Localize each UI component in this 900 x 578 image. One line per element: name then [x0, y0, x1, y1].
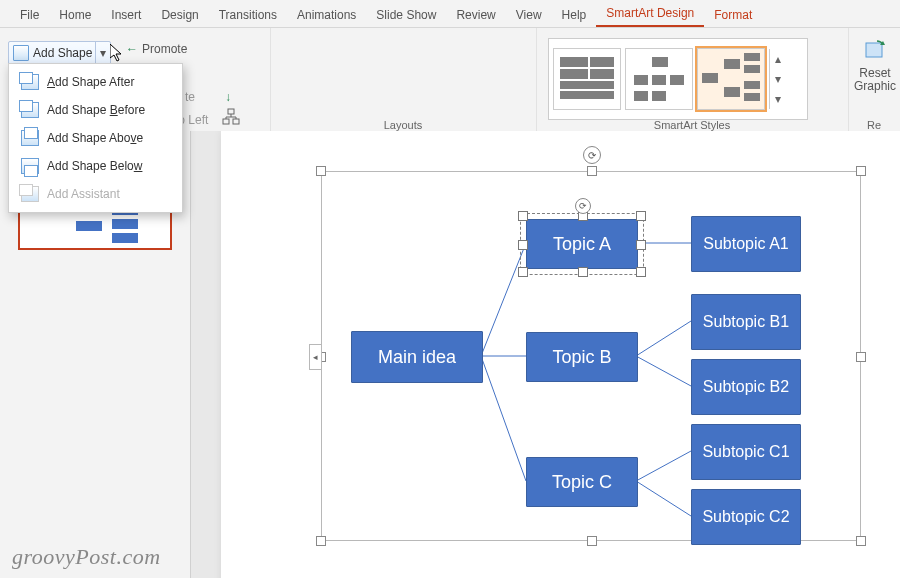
menu-add-assistant: Add Assistant [9, 180, 182, 208]
node-topic-a-label: Topic A [553, 234, 611, 255]
reset-graphic-button[interactable]: Reset Graphic [854, 40, 896, 93]
tab-insert[interactable]: Insert [101, 3, 151, 27]
add-shape-dropdown-menu: Add Shape After Add Shape Before Add Sha… [8, 63, 183, 213]
arrow-down-icon: ↓ [225, 90, 231, 104]
watermark: groovyPost.com [12, 544, 161, 570]
ribbon-tabs: File Home Insert Design Transitions Anim… [0, 0, 900, 28]
menu-add-shape-below[interactable]: Add Shape Below [9, 152, 182, 180]
node-subtopic-c1[interactable]: Subtopic C1 [691, 424, 801, 480]
rotate-handle[interactable]: ⟳ [583, 146, 601, 164]
smartart-container[interactable]: ⟳ ◂ [321, 171, 861, 541]
tab-design[interactable]: Design [151, 3, 208, 27]
add-shape-icon [13, 45, 29, 61]
add-shape-after-icon [21, 74, 39, 90]
reset-label: Reset Graphic [854, 67, 896, 93]
resize-handle-mr[interactable] [856, 352, 866, 362]
tab-file[interactable]: File [10, 3, 49, 27]
layouts-group-label: Layouts [270, 119, 536, 131]
node-main-idea[interactable]: Main idea [351, 331, 483, 383]
resize-handle-tr[interactable] [856, 166, 866, 176]
tab-smartart-design[interactable]: SmartArt Design [596, 1, 704, 27]
svg-rect-2 [233, 119, 239, 124]
promote-label: Promote [142, 42, 187, 56]
menu-below-label: Add Shape Below [47, 159, 142, 173]
slide: ⟳ ◂ [221, 131, 900, 578]
svg-marker-9 [110, 44, 121, 61]
add-shape-dropdown-caret[interactable]: ▾ [95, 42, 110, 64]
node-handle[interactable] [518, 267, 528, 277]
add-shape-before-icon [21, 102, 39, 118]
tab-review[interactable]: Review [446, 3, 505, 27]
node-topic-c[interactable]: Topic C [526, 457, 638, 507]
promote-button[interactable]: ← Promote [126, 42, 187, 56]
node-handle[interactable] [578, 267, 588, 277]
resize-handle-bm[interactable] [587, 536, 597, 546]
tab-animations[interactable]: Animations [287, 3, 366, 27]
resize-handle-tl[interactable] [316, 166, 326, 176]
node-handle[interactable] [518, 240, 528, 250]
node-subtopic-a1[interactable]: Subtopic A1 [691, 216, 801, 272]
svg-rect-1 [223, 119, 229, 124]
tab-help[interactable]: Help [552, 3, 597, 27]
node-subtopic-b2[interactable]: Subtopic B2 [691, 359, 801, 415]
menu-after-label: Add Shape After [47, 75, 134, 89]
menu-assistant-label: Add Assistant [47, 187, 120, 201]
demote-te-fragment: te [185, 90, 195, 104]
add-shape-below-icon [21, 158, 39, 174]
node-handle[interactable] [636, 211, 646, 221]
reset-group-label: Re [848, 119, 900, 131]
node-handle[interactable] [636, 267, 646, 277]
node-subtopic-c2[interactable]: Subtopic C2 [691, 489, 801, 545]
add-shape-above-icon [21, 130, 39, 146]
node-topic-a[interactable]: Topic A ⟳ [526, 219, 638, 269]
tab-home[interactable]: Home [49, 3, 101, 27]
tab-format[interactable]: Format [704, 3, 762, 27]
group-reset: Reset Graphic Re [848, 28, 900, 132]
app-window: File Home Insert Design Transitions Anim… [0, 0, 900, 578]
add-shape-split-button[interactable]: Add Shape ▾ [8, 41, 111, 65]
svg-rect-0 [228, 109, 234, 114]
slide-stage[interactable]: ⟳ ◂ [191, 131, 900, 578]
svg-rect-7 [866, 43, 882, 57]
node-rotate-handle[interactable]: ⟳ [575, 198, 591, 214]
cursor-icon [110, 44, 126, 64]
group-layouts: ▴▾▾ Layouts [270, 28, 537, 132]
org-layout-icon [222, 108, 240, 126]
reset-icon [863, 40, 887, 62]
menu-before-label: Add Shape Before [47, 103, 145, 117]
add-assistant-icon [21, 186, 39, 202]
ribbon: Add Shape ▾ ← Promote te to Left ↓ [0, 28, 900, 133]
node-handle[interactable] [518, 211, 528, 221]
menu-add-shape-above[interactable]: Add Shape Above [9, 124, 182, 152]
node-subtopic-b1[interactable]: Subtopic B1 [691, 294, 801, 350]
resize-handle-bl[interactable] [316, 536, 326, 546]
layout-icon[interactable] [222, 108, 240, 126]
arrow-left-icon: ← [126, 42, 138, 56]
menu-add-shape-after[interactable]: Add Shape After [9, 68, 182, 96]
menu-above-label: Add Shape Above [47, 131, 143, 145]
styles-group-label: SmartArt Styles [536, 119, 848, 131]
text-pane-toggle[interactable]: ◂ [309, 344, 322, 370]
node-topic-b[interactable]: Topic B [526, 332, 638, 382]
add-shape-label: Add Shape [33, 46, 95, 60]
move-down-button[interactable]: ↓ [225, 90, 231, 104]
menu-add-shape-before[interactable]: Add Shape Before [9, 96, 182, 124]
tab-transitions[interactable]: Transitions [209, 3, 287, 27]
group-smartart-styles: Change Colors ▾ ▴▾▾ SmartArt Styles [536, 28, 849, 132]
resize-handle-tm[interactable] [587, 166, 597, 176]
node-handle[interactable] [636, 240, 646, 250]
tab-slideshow[interactable]: Slide Show [366, 3, 446, 27]
resize-handle-br[interactable] [856, 536, 866, 546]
tab-view[interactable]: View [506, 3, 552, 27]
